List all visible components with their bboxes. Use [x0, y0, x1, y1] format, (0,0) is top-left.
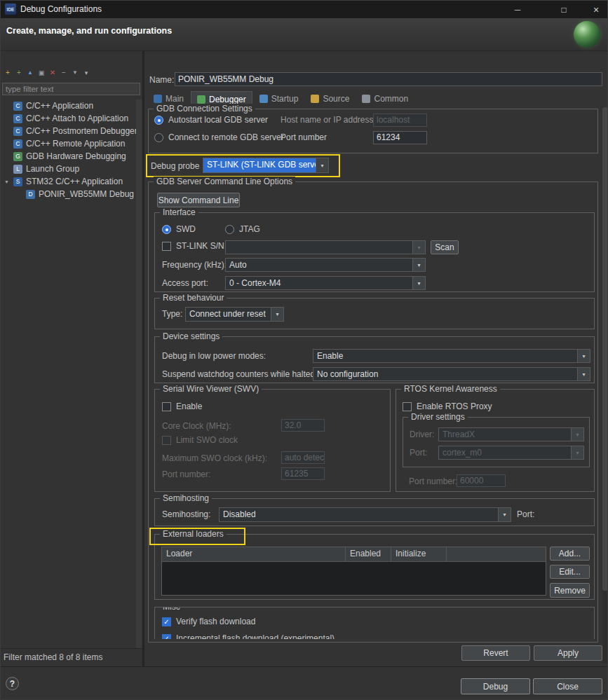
stlink-sn-checkbox[interactable]: [162, 242, 171, 251]
partial-misc-checkbox[interactable]: [162, 634, 171, 639]
rtos-proxy-checkbox[interactable]: [403, 402, 412, 411]
tree-item-ponir-debug[interactable]: D PONIR_WB55MM Debug: [1, 188, 135, 200]
jtag-label: JTAG: [239, 224, 260, 234]
tree-item-stm32-application[interactable]: ▼ S STM32 C/C++ Application: [1, 175, 135, 188]
debug-button[interactable]: Debug: [461, 678, 530, 694]
chevron-down-icon[interactable]: ▾: [271, 308, 283, 321]
filter-input[interactable]: [2, 83, 140, 95]
access-port-select[interactable]: 0 - Cortex-M4 ▾: [225, 276, 426, 290]
external-loaders-table[interactable]: Loader Enabled Initialize: [161, 547, 546, 596]
window-title: Debug Configurations: [20, 4, 102, 14]
tree-item-launch-group[interactable]: L Launch Group: [1, 163, 135, 175]
new-configuration-icon[interactable]: +: [3, 68, 13, 78]
tab-source[interactable]: Source: [305, 91, 355, 107]
source-tab-icon: [311, 95, 319, 103]
reset-type-select[interactable]: Connect under reset ▾: [185, 307, 284, 322]
swd-radio[interactable]: [162, 225, 171, 234]
swd-label: SWD: [176, 224, 196, 234]
low-power-value: Enable: [313, 350, 577, 362]
gdb-hardware-icon: G: [13, 152, 22, 161]
limit-swo-checkbox: [162, 436, 171, 445]
tree-item-gdb-hardware[interactable]: G GDB Hardware Debugging: [1, 150, 135, 163]
group-gdb-connection-settings: GDB Connection Settings Autostart local …: [148, 109, 598, 153]
chevron-down-icon[interactable]: ▾: [316, 158, 328, 172]
tab-label: Debugger: [209, 95, 246, 104]
tree-item-label: PONIR_WB55MM Debug: [39, 189, 134, 199]
remote-gdb-radio[interactable]: [154, 133, 163, 142]
expand-chevron-icon[interactable]: ▼: [4, 179, 9, 184]
tree-item-cpp-postmortem[interactable]: C C/C++ Postmortem Debugger: [1, 125, 135, 137]
group-legend: Serial Wire Viewer (SWV): [160, 384, 262, 394]
autostart-gdb-radio[interactable]: [154, 116, 163, 125]
close-button[interactable]: ×: [581, 1, 608, 18]
export-configuration-icon[interactable]: ▲: [25, 68, 35, 78]
minimize-button[interactable]: ─: [502, 1, 533, 18]
chevron-down-icon[interactable]: ▾: [498, 508, 511, 521]
tree-item-cpp-application[interactable]: C C/C++ Application: [1, 99, 135, 112]
verify-flash-checkbox[interactable]: [162, 617, 171, 626]
cpp-application-icon: C: [13, 102, 22, 111]
content-scrollbar-thumb[interactable]: [602, 107, 608, 591]
group-legend: Misc: [160, 607, 183, 612]
chevron-down-icon[interactable]: ▾: [577, 350, 590, 362]
apply-button[interactable]: Apply: [534, 645, 602, 661]
column-header-initialize[interactable]: Initialize: [391, 547, 447, 561]
maximize-button[interactable]: □: [548, 1, 579, 18]
tab-startup[interactable]: Startup: [254, 91, 304, 107]
new-prototype-icon[interactable]: +: [14, 68, 24, 78]
chevron-down-icon[interactable]: ▾: [412, 259, 425, 271]
debugger-tab-icon: [197, 95, 205, 104]
add-loader-button[interactable]: Add...: [550, 547, 590, 561]
edit-loader-button[interactable]: Edit...: [550, 565, 590, 579]
group-driver-settings: Driver settings Driver: ThreadX ▾ Port: …: [403, 417, 590, 467]
chevron-down-icon[interactable]: ▾: [577, 368, 590, 380]
port-number-field[interactable]: 61234: [373, 131, 427, 144]
low-power-select[interactable]: Enable ▾: [313, 349, 590, 363]
show-command-line-button[interactable]: Show Command Line: [157, 193, 240, 207]
stm32-application-icon: S: [13, 177, 22, 186]
remote-gdb-label: Connect to remote GDB server: [168, 132, 284, 142]
semihosting-select[interactable]: Disabled ▾: [219, 507, 511, 522]
reset-type-value: Connect under reset: [186, 308, 271, 321]
jtag-radio[interactable]: [225, 225, 234, 234]
tab-label: Source: [323, 94, 349, 104]
title-bar: IDE Debug Configurations ─ □ ×: [1, 1, 607, 18]
group-legend: External loaders: [160, 529, 227, 539]
host-name-field: localhost: [373, 114, 427, 127]
table-header-row: Loader Enabled Initialize: [162, 547, 546, 562]
column-header-enabled[interactable]: Enabled: [346, 547, 391, 561]
close-dialog-button[interactable]: Close: [533, 678, 602, 694]
semihosting-label: Semihosting:: [162, 509, 210, 519]
group-semihosting: Semihosting Semihosting: Disabled ▾ Port…: [154, 498, 595, 526]
tab-common[interactable]: Common: [356, 91, 414, 107]
sidebar-scrollbar[interactable]: [136, 99, 142, 648]
remove-loader-button[interactable]: Remove: [550, 583, 590, 598]
name-input[interactable]: [175, 72, 602, 86]
swv-enable-checkbox[interactable]: [162, 402, 171, 411]
chevron-down-icon: ▾: [412, 241, 425, 254]
frequency-select[interactable]: Auto ▾: [225, 258, 426, 272]
debug-probe-select[interactable]: ST-LINK (ST-LINK GDB server) ▾: [203, 158, 329, 173]
revert-button[interactable]: Revert: [461, 645, 530, 661]
column-header-loader[interactable]: Loader: [162, 547, 346, 561]
low-power-label: Debug in low power modes:: [162, 351, 266, 361]
tree-item-cpp-remote[interactable]: C C/C++ Remote Application: [1, 137, 135, 150]
delete-icon[interactable]: ✕: [48, 68, 58, 78]
tree-item-label: GDB Hardware Debugging: [26, 151, 126, 161]
tree-item-label: C/C++ Attach to Application: [26, 114, 128, 123]
scan-button[interactable]: Scan: [431, 240, 459, 254]
core-clock-label: Core Clock (MHz):: [162, 421, 231, 431]
partial-misc-label: Incremental flash download (experimental…: [176, 633, 335, 639]
menu-caret-icon[interactable]: ▾: [81, 68, 91, 78]
collapse-all-icon[interactable]: −: [59, 68, 69, 78]
filter-icon[interactable]: ▼: [70, 68, 80, 78]
panel-splitter[interactable]: [142, 51, 144, 666]
chevron-down-icon[interactable]: ▾: [412, 277, 425, 289]
help-button[interactable]: ?: [6, 677, 19, 690]
group-legend: Reset behaviour: [160, 293, 227, 303]
group-rtos: RTOS Kernel Awareness Enable RTOS Proxy …: [396, 389, 595, 492]
tree-item-cpp-attach[interactable]: C C/C++ Attach to Application: [1, 112, 135, 125]
reset-type-label: Type:: [162, 309, 182, 319]
watchdog-select[interactable]: No configuration ▾: [313, 367, 590, 381]
duplicate-icon[interactable]: ▣: [36, 68, 46, 78]
